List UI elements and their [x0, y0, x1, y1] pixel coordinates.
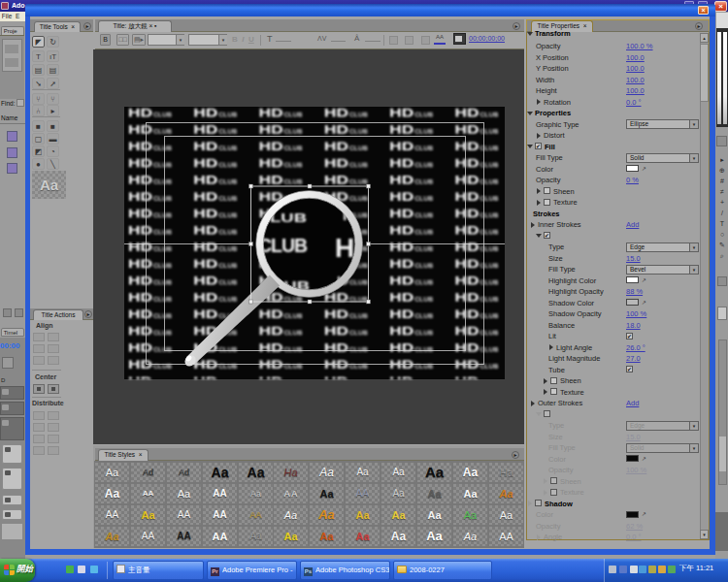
svg-text:H: H	[335, 233, 354, 263]
svg-text:CLUB: CLUB	[258, 235, 308, 256]
